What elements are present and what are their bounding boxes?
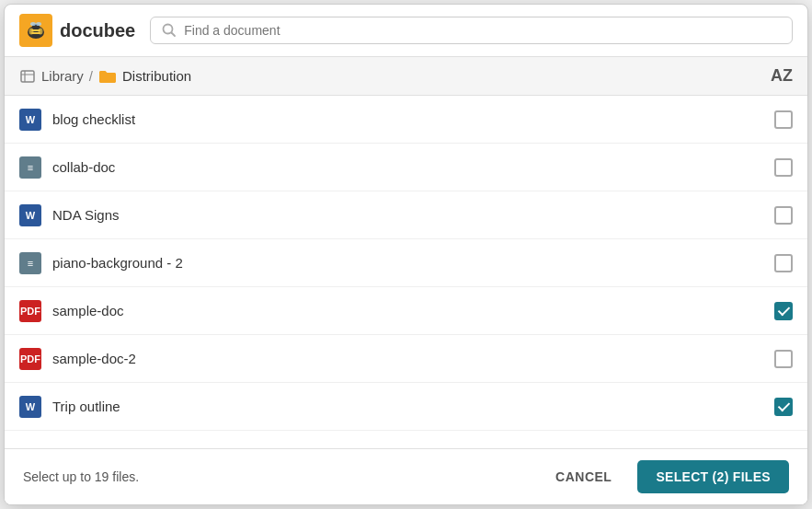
breadcrumb: Library / Distribution	[19, 68, 191, 85]
breadcrumb-library: Library	[41, 68, 84, 84]
logo: docubee	[19, 14, 135, 47]
breadcrumb-folder: Distribution	[122, 68, 191, 84]
modal-container: docubee Library / Distribution AZ	[4, 4, 808, 505]
file-checkbox[interactable]	[774, 110, 793, 129]
modal-header: docubee	[5, 5, 807, 57]
file-type-icon: PDF	[19, 348, 41, 370]
folder-icon	[98, 68, 117, 85]
file-name: collab-doc	[52, 159, 763, 175]
select-files-button[interactable]: SELECT (2) FILES	[637, 460, 789, 493]
svg-rect-11	[21, 71, 34, 82]
list-item[interactable]: ≡piano-background - 2	[5, 239, 807, 287]
file-name: piano-background - 2	[52, 255, 763, 271]
list-item[interactable]: WTrip outline	[5, 383, 807, 431]
svg-line-10	[172, 33, 176, 37]
file-name: Trip outline	[52, 399, 763, 414]
svg-rect-5	[31, 32, 40, 34]
library-icon	[19, 68, 36, 85]
file-checkbox[interactable]	[774, 350, 793, 368]
file-checkbox[interactable]	[774, 398, 793, 416]
svg-point-8	[36, 22, 41, 26]
file-type-icon: W	[19, 396, 41, 418]
file-name: blog checklist	[52, 111, 763, 127]
footer-hint: Select up to 19 files.	[23, 469, 139, 484]
file-type-icon: ≡	[19, 252, 41, 274]
list-item[interactable]: PDFsample-doc-2	[5, 335, 807, 383]
cancel-button[interactable]: CANCEL	[541, 460, 626, 493]
file-checkbox[interactable]	[774, 254, 793, 272]
file-name: NDA Signs	[52, 207, 763, 223]
file-name: sample-doc-2	[52, 351, 763, 366]
file-type-icon: PDF	[19, 300, 41, 322]
file-name: sample-doc	[52, 303, 763, 318]
file-type-icon: W	[19, 109, 41, 131]
search-input[interactable]	[184, 23, 781, 38]
file-type-icon: W	[19, 204, 41, 226]
bee-logo-icon	[19, 14, 52, 47]
file-checkbox[interactable]	[774, 302, 793, 320]
list-item[interactable]: ≡collab-doc	[5, 144, 807, 191]
search-bar[interactable]	[150, 17, 793, 44]
search-icon	[162, 23, 177, 38]
file-type-icon: ≡	[19, 156, 41, 179]
list-item[interactable]: PDFsample-doc	[5, 287, 807, 335]
list-item[interactable]: WNDA Signs	[5, 191, 807, 239]
file-checkbox[interactable]	[774, 158, 793, 177]
modal-footer: Select up to 19 files. CANCEL SELECT (2)…	[5, 448, 807, 504]
sort-az-button[interactable]: AZ	[771, 66, 793, 86]
list-item[interactable]: Wblog checklist	[5, 96, 807, 144]
footer-actions: CANCEL SELECT (2) FILES	[541, 460, 789, 493]
svg-rect-4	[31, 29, 40, 31]
breadcrumb-bar: Library / Distribution AZ	[5, 57, 807, 96]
svg-point-7	[30, 22, 36, 26]
logo-text: docubee	[60, 20, 135, 41]
breadcrumb-separator: /	[89, 68, 93, 84]
file-checkbox[interactable]	[774, 206, 793, 225]
file-list: Wblog checklist≡collab-docWNDA Signs≡pia…	[5, 96, 807, 448]
